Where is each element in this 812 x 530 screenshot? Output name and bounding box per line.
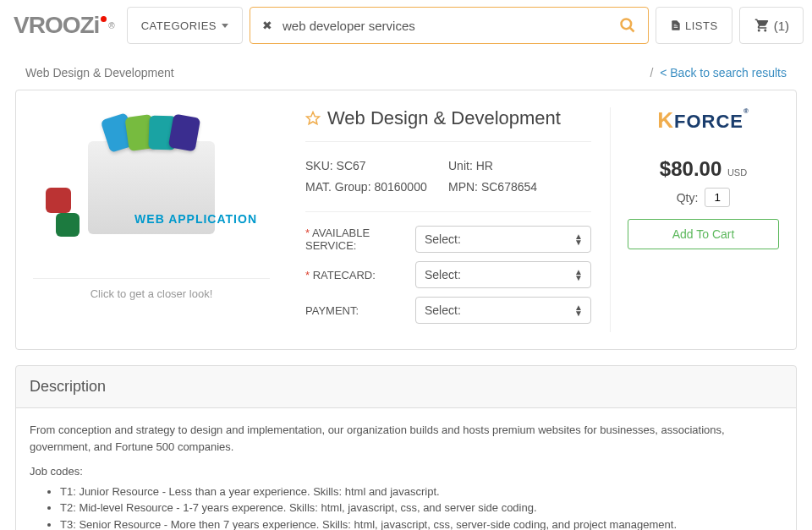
product-image[interactable]: WEB APPLICATION [33,107,270,268]
product-card: WEB APPLICATION Click to get a closer lo… [15,90,797,350]
mpn-value: SC678654 [481,180,537,194]
svg-point-0 [622,19,632,30]
logo-dot-icon [101,16,107,22]
mpn-label: MPN: [448,180,478,194]
options-block: * AVAILABLE SERVICE: Select: ▲▼ * RATECA… [305,212,591,324]
breadcrumb-row: Web Design & Development / < Back to sea… [0,51,812,90]
product-row: WEB APPLICATION Click to get a closer lo… [33,107,779,332]
price-value: $80.00 [660,157,721,180]
payment-label: PAYMENT: [305,304,415,317]
image-column: WEB APPLICATION Click to get a closer lo… [33,107,287,332]
add-to-cart-button[interactable]: Add To Cart [628,219,779,249]
ratecard-label: * RATECARD: [305,269,415,281]
ratecard-select[interactable]: Select: [415,261,591,288]
breadcrumb-right: / < Back to search results [650,66,787,79]
search-input[interactable] [283,19,619,33]
header: VROOZi® CATEGORIES ✖ LISTS (1) [0,0,812,51]
unit-label: Unit: [448,159,473,172]
app-box-graphic: WEB APPLICATION [88,141,215,234]
breadcrumb-separator: / [650,66,654,79]
caret-down-icon [222,24,228,28]
image-caption: Click to get a closer look! [33,278,270,300]
payment-select[interactable]: Select: [415,297,591,324]
ratecard-select-wrap: Select: ▲▼ [415,261,591,288]
description-body: From conception and strategy to design a… [16,408,796,530]
cart-icon [754,18,771,33]
tile-icon [56,213,80,237]
meta-col-left: SKU: SC67 MAT. Group: 80160000 [305,156,448,198]
svg-line-1 [630,28,634,32]
categories-dropdown[interactable]: CATEGORIES [127,7,243,44]
search-box: ✖ [250,7,649,44]
jobcodes-label: Job codes: [30,463,782,480]
vendor-logo: KFORCE® [628,107,779,147]
sku-label: SKU: [305,159,333,172]
buy-column: KFORCE® $80.00 USD Qty: Add To Cart [610,107,779,332]
payment-select-wrap: Select: ▲▼ [415,297,591,324]
logo-text: VROOZi [14,12,99,39]
available-service-select-wrap: Select: ▲▼ [415,226,591,253]
lists-label: LISTS [685,19,718,32]
favorite-star-icon[interactable] [305,111,321,126]
price-currency: USD [727,167,747,178]
breadcrumb: Web Design & Development [25,66,174,79]
description-heading: Description [16,366,796,408]
description-card: Description From conception and strategy… [15,365,797,530]
tile-icon [46,188,71,213]
available-service-label: * AVAILABLE SERVICE: [305,227,415,252]
unit-value: HR [476,159,493,172]
cart-button[interactable]: (1) [739,7,804,44]
app-icons-graphic [107,116,195,150]
product-title: Web Design & Development [327,107,561,129]
available-service-select[interactable]: Select: [415,226,591,253]
logo[interactable]: VROOZi® [8,9,120,41]
clear-search-icon[interactable]: ✖ [262,19,272,32]
sku-value: SC67 [337,159,366,172]
registered-icon: ® [108,21,114,30]
svg-marker-2 [307,112,320,124]
option-row-payment: PAYMENT: Select: ▲▼ [305,297,591,324]
back-to-results-link[interactable]: < Back to search results [660,66,787,79]
image-overlay-text: WEB APPLICATION [134,212,257,226]
cart-count: (1) [774,19,789,33]
document-icon [670,19,682,32]
jobcodes-list: T1: Junior Resource - Less than a year e… [60,484,782,530]
option-row-available-service: * AVAILABLE SERVICE: Select: ▲▼ [305,226,591,253]
detail-column: Web Design & Development SKU: SC67 MAT. … [295,107,601,332]
list-item: T3: Senior Resource - More then 7 years … [60,516,782,530]
qty-row: Qty: [628,188,779,207]
matgroup-value: 80160000 [374,180,426,194]
option-row-ratecard: * RATECARD: Select: ▲▼ [305,261,591,288]
search-icon[interactable] [619,17,636,34]
product-title-row: Web Design & Development [305,107,591,142]
list-item: T2: Mid-level Resource - 1-7 years exper… [60,500,782,516]
price: $80.00 USD [628,157,779,181]
matgroup-label: MAT. Group: [305,180,371,194]
qty-label: Qty: [677,191,699,205]
categories-label: CATEGORIES [141,19,217,32]
list-item: T1: Junior Resource - Less than a year e… [60,484,782,500]
product-meta: SKU: SC67 MAT. Group: 80160000 Unit: HR … [305,142,591,212]
qty-input[interactable] [705,188,730,207]
lists-button[interactable]: LISTS [656,7,732,44]
description-intro: From conception and strategy to design a… [30,422,782,455]
tile-icon [168,114,200,152]
meta-col-right: Unit: HR MPN: SC678654 [448,156,591,198]
